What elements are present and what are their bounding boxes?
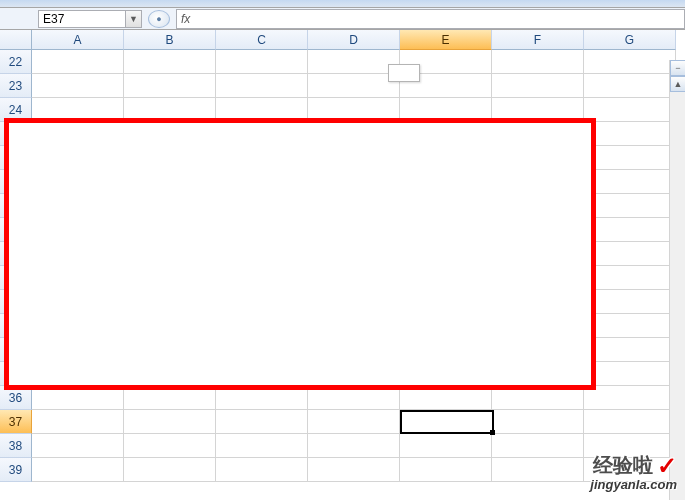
cell[interactable] (124, 194, 216, 218)
row-header-32[interactable]: 32 (0, 290, 32, 314)
cell[interactable] (584, 218, 676, 242)
column-header-b[interactable]: B (124, 30, 216, 50)
column-header-e[interactable]: E (400, 30, 492, 50)
cell[interactable] (216, 170, 308, 194)
cell[interactable] (216, 458, 308, 482)
row-header-30[interactable]: 30 (0, 242, 32, 266)
row-header-33[interactable]: 33 (0, 314, 32, 338)
cell[interactable] (124, 362, 216, 386)
cell[interactable] (216, 218, 308, 242)
cell[interactable] (492, 266, 584, 290)
cell[interactable] (308, 74, 400, 98)
cell[interactable] (32, 362, 124, 386)
cell[interactable] (216, 122, 308, 146)
cell[interactable] (308, 362, 400, 386)
select-all-corner[interactable] (0, 30, 32, 50)
row-header-27[interactable]: 27 (0, 170, 32, 194)
cell[interactable] (32, 266, 124, 290)
cell-grid[interactable] (32, 50, 676, 482)
cell[interactable] (308, 338, 400, 362)
cell[interactable] (32, 434, 124, 458)
cell[interactable] (216, 290, 308, 314)
cell[interactable] (124, 74, 216, 98)
scroll-up-button[interactable]: ▲ (670, 76, 685, 92)
cell[interactable] (32, 386, 124, 410)
cell[interactable] (584, 146, 676, 170)
cell[interactable] (32, 170, 124, 194)
cell[interactable] (584, 242, 676, 266)
cell[interactable] (32, 146, 124, 170)
cell[interactable] (32, 74, 124, 98)
cell[interactable] (584, 314, 676, 338)
cell[interactable] (492, 194, 584, 218)
cell[interactable] (584, 170, 676, 194)
cell[interactable] (124, 218, 216, 242)
cell[interactable] (308, 98, 400, 122)
cell[interactable] (308, 266, 400, 290)
name-box-dropdown[interactable]: ▼ (126, 10, 142, 28)
cell[interactable] (492, 338, 584, 362)
cell[interactable] (308, 122, 400, 146)
cell[interactable] (124, 434, 216, 458)
row-header-36[interactable]: 36 (0, 386, 32, 410)
cell[interactable] (308, 194, 400, 218)
cell[interactable] (492, 218, 584, 242)
cell[interactable] (216, 74, 308, 98)
cell[interactable] (584, 290, 676, 314)
cell[interactable] (400, 98, 492, 122)
cell[interactable] (124, 314, 216, 338)
cell[interactable] (584, 98, 676, 122)
cell[interactable] (124, 386, 216, 410)
cell[interactable] (124, 50, 216, 74)
cell[interactable] (124, 338, 216, 362)
cell[interactable] (492, 50, 584, 74)
vertical-scrollbar[interactable]: − ▲ (669, 60, 685, 500)
cell[interactable] (492, 122, 584, 146)
cell[interactable] (216, 146, 308, 170)
cell[interactable] (124, 98, 216, 122)
cell[interactable] (400, 122, 492, 146)
column-header-f[interactable]: F (492, 30, 584, 50)
cell[interactable] (216, 386, 308, 410)
cell[interactable] (32, 290, 124, 314)
insert-function-button[interactable]: ● (148, 10, 170, 28)
cell[interactable] (308, 50, 400, 74)
cell[interactable] (584, 74, 676, 98)
cell[interactable] (216, 434, 308, 458)
cell[interactable] (492, 362, 584, 386)
cell[interactable] (400, 338, 492, 362)
cell[interactable] (584, 194, 676, 218)
cell[interactable] (308, 410, 400, 434)
column-header-g[interactable]: G (584, 30, 676, 50)
cell[interactable] (584, 386, 676, 410)
cell[interactable] (400, 290, 492, 314)
row-header-22[interactable]: 22 (0, 50, 32, 74)
cell[interactable] (492, 434, 584, 458)
row-header-23[interactable]: 23 (0, 74, 32, 98)
column-header-a[interactable]: A (32, 30, 124, 50)
cell[interactable] (492, 290, 584, 314)
cell[interactable] (492, 458, 584, 482)
scroll-split-handle[interactable]: − (670, 60, 685, 76)
cell[interactable] (216, 194, 308, 218)
row-header-24[interactable]: 24 (0, 98, 32, 122)
row-header-25[interactable]: 25 (0, 122, 32, 146)
formula-bar[interactable]: fx (176, 9, 685, 29)
cell[interactable] (124, 242, 216, 266)
active-cell-marker[interactable] (400, 410, 494, 434)
cell[interactable] (584, 434, 676, 458)
cell[interactable] (32, 242, 124, 266)
cell[interactable] (308, 242, 400, 266)
cell[interactable] (308, 434, 400, 458)
cell[interactable] (32, 338, 124, 362)
name-box[interactable]: E37 (38, 10, 126, 28)
cell[interactable] (32, 410, 124, 434)
cell[interactable] (584, 458, 676, 482)
cell[interactable] (124, 122, 216, 146)
cell[interactable] (32, 314, 124, 338)
row-header-26[interactable]: 26 (0, 146, 32, 170)
column-header-d[interactable]: D (308, 30, 400, 50)
row-header-35[interactable]: 35 (0, 362, 32, 386)
row-header-28[interactable]: 28 (0, 194, 32, 218)
cell[interactable] (124, 146, 216, 170)
